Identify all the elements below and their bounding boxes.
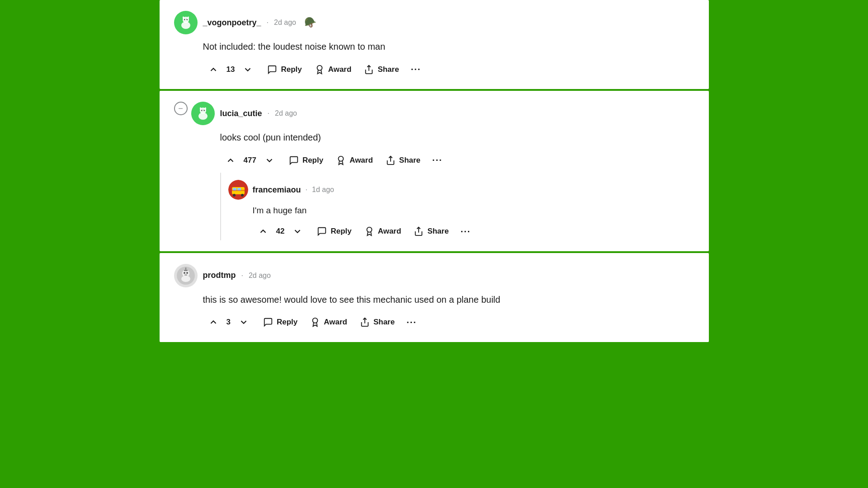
more-btn-3[interactable]: ··· (402, 314, 421, 331)
reply-icon-2 (289, 155, 299, 165)
username-prodtmp[interactable]: prodtmp (203, 271, 236, 280)
comment-3-body: this is so awesome! would love to see th… (203, 293, 694, 331)
svg-point-34 (181, 276, 190, 282)
svg-rect-31 (184, 270, 188, 271)
collapse-btn-2[interactable]: − (174, 102, 188, 115)
svg-point-36 (313, 318, 318, 323)
more-btn-2[interactable]: ··· (428, 151, 447, 169)
reply-1-body: I'm a huge fan (253, 204, 694, 240)
vote-count-1: 13 (226, 65, 235, 74)
upvote-btn-1[interactable] (203, 61, 224, 78)
dot-sep-3: · (241, 272, 243, 280)
reply-icon-3 (263, 317, 273, 327)
comment-card-1: _vogonpoetry_ · 2d ago 🪖 Not included: t… (160, 0, 709, 89)
vote-group-2: 477 (220, 152, 280, 169)
share-btn-2[interactable]: Share (380, 152, 426, 169)
award-btn-reply-1[interactable]: Award (359, 223, 407, 240)
downvote-btn-3[interactable] (233, 314, 254, 331)
share-icon-2 (386, 155, 396, 165)
vote-count-reply-1: 42 (276, 227, 285, 236)
badge-1: 🪖 (304, 17, 316, 28)
svg-point-29 (184, 272, 185, 274)
share-btn-1[interactable]: Share (359, 61, 404, 78)
svg-point-25 (367, 227, 372, 232)
share-btn-3[interactable]: Share (354, 314, 400, 331)
svg-point-22 (233, 194, 236, 197)
comment-2-body: looks cool (pun intended) 477 (220, 131, 694, 169)
svg-rect-35 (184, 274, 187, 276)
award-icon-3 (310, 317, 320, 327)
award-btn-2[interactable]: Award (330, 152, 378, 169)
vote-count-3: 3 (226, 318, 231, 327)
comment-1-text: Not included: the loudest noise known to… (203, 40, 694, 53)
reply-icon-1 (267, 65, 277, 75)
comment-2-actions: 477 Repl (220, 151, 694, 169)
award-btn-3[interactable]: Award (305, 314, 353, 331)
award-icon-2 (336, 155, 346, 165)
share-icon-3 (360, 317, 370, 327)
award-icon-1 (315, 65, 325, 75)
award-icon-reply-1 (364, 226, 374, 236)
award-btn-1[interactable]: Award (309, 61, 357, 78)
svg-point-16 (339, 156, 344, 161)
downvote-btn-2[interactable] (259, 152, 280, 169)
avatar-francemiaou (228, 180, 248, 200)
svg-point-23 (241, 194, 244, 197)
downvote-btn-reply-1[interactable] (287, 223, 308, 240)
timestamp-reply-1: 1d ago (312, 186, 334, 194)
share-icon-1 (364, 65, 374, 75)
reply-btn-2[interactable]: Reply (283, 152, 329, 169)
timestamp-1: 2d ago (274, 19, 296, 27)
username-francemiaou[interactable]: francemiaou (253, 185, 301, 195)
avatar-vogonpoetry (174, 11, 198, 34)
comment-2-text: looks cool (pun intended) (220, 131, 694, 144)
upvote-btn-3[interactable] (203, 314, 224, 331)
downvote-icon-reply-1 (292, 226, 302, 236)
reply-thread: francemiaou · 1d ago I'm a huge fan (228, 173, 694, 240)
thread-line (220, 173, 221, 240)
timestamp-2: 2d ago (275, 109, 297, 117)
avatar-prodtmp (174, 264, 198, 287)
share-icon-reply-1 (414, 226, 424, 236)
timestamp-3: 2d ago (249, 272, 271, 280)
reply-card-1: francemiaou · 1d ago I'm a huge fan (228, 180, 694, 240)
upvote-btn-reply-1[interactable] (253, 223, 274, 240)
comment-card-3: prodtmp · 2d ago this is so awesome! wou… (160, 253, 709, 342)
comment-2-header: lucia_cutie · 2d ago (191, 102, 694, 125)
downvote-icon-2 (264, 155, 274, 165)
comment-1-body: Not included: the loudest noise known to… (203, 40, 694, 78)
comment-1-header: _vogonpoetry_ · 2d ago 🪖 (174, 11, 694, 34)
username-vogonpoetry[interactable]: _vogonpoetry_ (203, 18, 261, 28)
downvote-icon-1 (243, 65, 253, 75)
reply-btn-1[interactable]: Reply (262, 61, 307, 78)
dot-sep-1: · (267, 19, 269, 27)
username-lucia[interactable]: lucia_cutie (220, 109, 262, 118)
downvote-btn-1[interactable] (237, 61, 258, 78)
dot-sep-2: · (268, 109, 269, 117)
vote-group-reply-1: 42 (253, 223, 308, 240)
more-btn-1[interactable]: ··· (406, 61, 426, 78)
page-wrapper: _vogonpoetry_ · 2d ago 🪖 Not included: t… (0, 0, 868, 488)
svg-point-30 (186, 272, 188, 274)
vote-group-1: 13 (203, 61, 259, 78)
reply-btn-3[interactable]: Reply (258, 314, 303, 331)
comment-3-header: prodtmp · 2d ago (174, 264, 694, 287)
comments-container: _vogonpoetry_ · 2d ago 🪖 Not included: t… (160, 0, 709, 342)
reply-btn-reply-1[interactable]: Reply (311, 223, 357, 240)
comment-card-2: − (160, 91, 709, 251)
upvote-icon-3 (208, 317, 218, 327)
upvote-icon-1 (208, 65, 218, 75)
comment-1-actions: 13 Reply (203, 61, 694, 78)
more-btn-reply-1[interactable]: ··· (456, 223, 476, 240)
vote-group-3: 3 (203, 314, 254, 331)
reply-1-text: I'm a huge fan (253, 204, 694, 217)
comment-3-actions: 3 Reply (203, 314, 694, 331)
avatar-lucia (191, 102, 215, 125)
svg-point-7 (317, 65, 322, 70)
share-btn-reply-1[interactable]: Share (408, 223, 454, 240)
downvote-icon-3 (239, 317, 249, 327)
reply-icon-reply-1 (317, 226, 327, 236)
svg-rect-24 (232, 190, 245, 191)
upvote-btn-2[interactable] (220, 152, 241, 169)
vote-count-2: 477 (244, 156, 256, 165)
